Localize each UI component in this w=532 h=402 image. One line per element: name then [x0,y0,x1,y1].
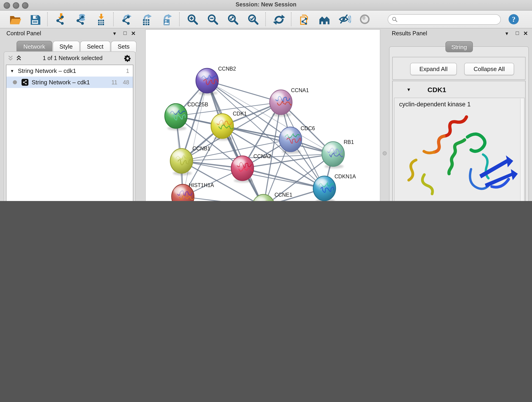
toolbar-separator [291,12,292,26]
help-icon: ? [508,13,520,25]
node-label: RB1 [344,139,354,145]
crosslinks-section: CrossLinks Uniprot: P06493 GeneCard: P06… [394,200,524,201]
network-edge[interactable] [183,81,207,197]
export-image-button[interactable] [157,12,177,27]
network-options-gear-icon[interactable] [124,54,132,62]
open-session-button[interactable] [5,12,25,27]
network-icon [22,79,28,86]
first-neighbors-icon [318,13,331,26]
show-all-icon [359,13,371,26]
network-node-CDC25B[interactable]: CDC25B [165,102,208,130]
network-node-CDKN1A[interactable]: CDKN1A [313,173,356,201]
export-table-to-file-icon [140,13,153,26]
network-selection-status: 1 of 1 Network selected [22,55,124,61]
network-node-RB1[interactable]: RB1 [322,139,354,168]
tab-string[interactable]: String [445,41,473,52]
current-network-dot-icon [13,80,17,84]
float-panel-icon[interactable]: □ [514,30,521,36]
network-list: ▼ String Network – cdk1 1 String Network… [6,65,133,201]
protein-entry: ▼ CDK1 cyclin-dependent kinase 1 CrossLi… [392,81,526,201]
subnetwork-count: 1 [126,68,129,74]
protein-description: cyclin-dependent kinase 1 [394,98,524,108]
search-icon [392,16,398,22]
export-image-icon [161,13,173,26]
apply-preferred-layout-icon [272,13,285,26]
search-field[interactable] [388,14,501,25]
node-label: CCNE1 [274,192,292,198]
open-session-icon [8,13,21,26]
tab-style[interactable]: Style [52,41,80,52]
zoom-in-button[interactable] [182,12,203,27]
protein-entry-header[interactable]: ▼ CDK1 [393,81,525,98]
panel-menu-icon[interactable]: ▾ [111,30,118,37]
import-table-from-file-icon [95,13,107,26]
zoom-out-button[interactable] [203,12,223,27]
network-node-HIST1H1A[interactable]: HIST1H1A [172,182,214,201]
zoom-selected-button[interactable] [243,12,263,27]
expand-all-networks-icon[interactable] [16,55,22,61]
tab-select[interactable]: Select [80,41,110,52]
collapse-all-button[interactable]: Collapse All [464,63,514,75]
toolbar-separator [47,12,48,26]
import-network-from-file-icon [54,13,67,26]
zoom-fit-icon [227,13,239,26]
import-network-from-file-button[interactable] [51,12,70,27]
import-network-from-database-button[interactable] [70,12,91,27]
node-label: CDC6 [301,125,315,131]
network-node-CCNB2[interactable]: CCNB2 [196,66,236,95]
zoom-in-icon [186,13,199,26]
save-session-icon [29,13,41,26]
title-bar: Session: New Session [0,0,532,11]
close-panel-icon[interactable]: ✕ [522,30,529,37]
node-label: CDC25B [187,102,208,108]
svg-text:?: ? [512,15,515,23]
network-node-CCNB1[interactable]: CCNB1 [170,146,210,175]
network-collection-row[interactable]: ▼ String Network – cdk1 1 [6,65,133,77]
window-title: Session: New Session [0,1,532,8]
collapse-all-networks-icon[interactable] [8,55,13,61]
edge-count: 48 [123,79,129,85]
tab-sets[interactable]: Sets [111,41,136,52]
new-network-from-selection-button[interactable] [294,12,314,27]
panel-menu-icon[interactable]: ▾ [503,30,510,37]
toolbar-separator [265,12,266,26]
collapse-tree-icon[interactable]: ▼ [10,69,14,73]
hide-selected-icon [338,13,351,26]
node-label: CCNB2 [218,66,236,72]
float-panel-icon[interactable]: □ [121,30,129,36]
results-panel-title: Results Panel [392,30,427,37]
results-scrollbar[interactable] [520,99,524,201]
node-label: CDK1 [233,111,247,117]
right-splitter-handle[interactable] [383,151,387,155]
node-label: HIST1H1A [189,182,214,188]
node-label: CCNB1 [192,146,210,152]
apply-preferred-layout-button[interactable] [268,12,289,27]
search-input[interactable] [398,15,500,24]
first-neighbors-button[interactable] [314,12,335,27]
import-table-from-file-button[interactable] [91,12,111,27]
expand-all-button[interactable]: Expand All [410,63,457,75]
export-network-to-file-icon [120,13,133,26]
close-panel-icon[interactable]: ✕ [130,30,137,37]
export-table-to-file-button[interactable] [137,12,157,27]
tab-network[interactable]: Network [17,41,52,52]
network-node-CDC6[interactable]: CDC6 [279,125,315,154]
help-button[interactable]: ? [508,13,520,25]
zoom-out-icon [206,13,219,26]
import-network-from-database-icon [75,13,87,26]
show-all-button[interactable] [355,12,375,27]
collapse-entry-icon[interactable]: ▼ [406,87,411,92]
export-network-to-file-button[interactable] [116,12,137,27]
toolbar-separator [113,12,114,26]
main-toolbar: ? [0,11,532,28]
save-session-button[interactable] [25,12,45,27]
network-canvas[interactable]: CCNB2 CCNA1 CDC25B CDK1 CDC6 R [145,29,380,201]
node-label: CDKN1A [335,173,356,179]
expand-collapse-row: Expand All Collapse All [392,57,526,80]
toolbar-separator [179,12,180,26]
network-row[interactable]: String Network – cdk1 11 48 [6,77,133,88]
zoom-fit-button[interactable] [223,12,243,27]
protein-name: CDK1 [428,85,446,93]
network-node-CCNA1[interactable]: CCNA1 [270,87,309,117]
hide-selected-button[interactable] [335,12,355,27]
